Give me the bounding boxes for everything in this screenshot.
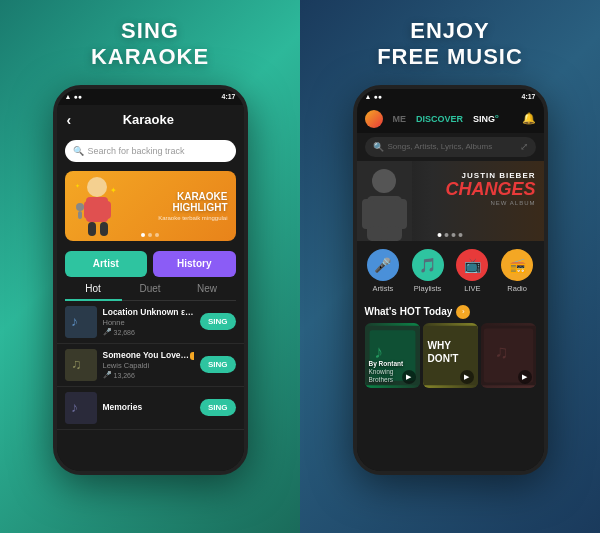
icon-radio[interactable]: 📻 Radio (495, 249, 540, 293)
sing-button-3[interactable]: SING (200, 399, 236, 416)
nav-bell[interactable]: 🔔 (522, 112, 536, 125)
jb-text: JUSTIN BIEBER CHANGES NEW ALBUM (445, 171, 535, 206)
svg-rect-4 (88, 222, 96, 236)
play-button-2[interactable]: ▶ (460, 370, 474, 384)
song-title-3: Memories (103, 402, 194, 412)
jb-image (357, 161, 412, 241)
svg-rect-5 (100, 222, 108, 236)
hot-grid: ♪ By RontantKnowing Brothers ▶ WHY DON'T (357, 323, 544, 471)
artist-button[interactable]: Artist (65, 251, 148, 277)
banner-text: KARAOKEHIGHLIGHT Karaoke terbaik minggul… (125, 186, 236, 226)
search-icon: 🔍 (73, 146, 84, 156)
nav-me[interactable]: ME (393, 114, 407, 124)
artist-history-buttons: Artist History (65, 251, 236, 277)
sing-button-1[interactable]: SING (200, 313, 236, 330)
svg-text:♫: ♫ (494, 341, 508, 362)
right-nav: ME DISCOVER SINGo 🔔 (357, 105, 544, 133)
live-icon: 📺 (456, 249, 488, 281)
play-button-1[interactable]: ▶ (402, 370, 416, 384)
live-label: LIVE (464, 284, 480, 293)
song-info-3: Memories (103, 402, 194, 413)
banner-dots (141, 233, 159, 237)
jb-dots (438, 233, 463, 237)
svg-text:♪: ♪ (71, 399, 78, 415)
right-title: ENJOYFREE MUSIC (377, 18, 523, 71)
hot-arrow[interactable]: › (456, 305, 470, 319)
tab-hot[interactable]: Hot (65, 283, 122, 301)
search-placeholder: Search for backing track (88, 146, 185, 156)
right-search-icon: 🔍 (373, 142, 384, 152)
nav-avatar[interactable] (365, 110, 383, 128)
banner-figure: ✦ ✦ (70, 173, 125, 238)
jb-album-tag: NEW ALBUM (445, 200, 535, 206)
nav-sing[interactable]: SINGo (473, 113, 499, 124)
score-badge: Score (190, 352, 194, 360)
svg-point-17 (372, 169, 396, 193)
karaoke-banner: ✦ ✦ KARAOKEHIGHLIGHT Karaoke terbaik min… (65, 171, 236, 241)
sing-button-2[interactable]: SING (200, 356, 236, 373)
song-plays-2: 🎤 13,266 (103, 371, 194, 379)
dot-2 (148, 233, 152, 237)
svg-point-0 (87, 177, 107, 197)
dot-3 (155, 233, 159, 237)
song-artist-2: Lewis Capaldi (103, 361, 194, 370)
radio-icon: 📻 (501, 249, 533, 281)
icon-playlists[interactable]: 🎵 Playlists (405, 249, 450, 293)
artists-icon: 🎤 (367, 249, 399, 281)
right-statusbar-icons: ▲ ●● (365, 93, 382, 100)
svg-rect-3 (103, 201, 111, 219)
svg-point-6 (76, 203, 84, 211)
svg-text:DON'T: DON'T (427, 353, 459, 364)
icon-row: 🎤 Artists 🎵 Playlists 📺 LIVE 📻 Radio (357, 241, 544, 301)
song-item-1: ♪ Location Unknown ε (B... Honne 🎤 32,68… (57, 301, 244, 344)
playlists-icon: 🎵 (412, 249, 444, 281)
song-list: ♪ Location Unknown ε (B... Honne 🎤 32,68… (57, 301, 244, 471)
svg-text:♪: ♪ (71, 313, 78, 329)
icon-live[interactable]: 📺 LIVE (450, 249, 495, 293)
svg-rect-19 (362, 199, 374, 229)
song-thumb-1: ♪ (65, 306, 97, 338)
song-info-2: Someone You Loved Score Lewis Capaldi 🎤 … (103, 350, 194, 379)
dot-1 (141, 233, 145, 237)
karaoke-header: ‹ Karaoke (57, 105, 244, 135)
hot-card-3[interactable]: ♫ ▶ (481, 323, 536, 388)
karaoke-title: Karaoke (79, 112, 217, 127)
right-statusbar-time: 4:17 (521, 93, 535, 100)
whats-hot-title: What's HOT Today (365, 306, 453, 317)
song-thumb-2: ♫ (65, 349, 97, 381)
svg-rect-7 (78, 211, 82, 219)
jb-dot-3 (452, 233, 456, 237)
banner-title: KARAOKEHIGHLIGHT (130, 191, 228, 213)
svg-rect-20 (395, 199, 407, 229)
hot-card-2[interactable]: WHY DON'T ▶ (423, 323, 478, 388)
jb-dot-2 (445, 233, 449, 237)
song-thumb-3: ♪ (65, 392, 97, 424)
radio-label: Radio (507, 284, 527, 293)
right-screen: ▲ ●● 4:17 ME DISCOVER SINGo 🔔 🔍 Songs, A… (357, 89, 544, 471)
play-button-3[interactable]: ▶ (518, 370, 532, 384)
nav-discover[interactable]: DISCOVER (416, 114, 463, 124)
back-button[interactable]: ‹ (67, 112, 72, 128)
jb-album-name: CHANGES (445, 180, 535, 198)
singer-svg: ✦ ✦ (70, 173, 125, 238)
jb-banner: JUSTIN BIEBER CHANGES NEW ALBUM (357, 161, 544, 241)
expand-icon[interactable]: ⤢ (520, 141, 528, 152)
history-button[interactable]: History (153, 251, 236, 277)
tab-duet[interactable]: Duet (122, 283, 179, 297)
left-statusbar: ▲ ●● 4:17 (57, 89, 244, 105)
svg-text:WHY: WHY (427, 339, 451, 350)
svg-text:✦: ✦ (110, 186, 117, 195)
song-item-3: ♪ Memories SING (57, 387, 244, 430)
statusbar-icons: ▲ ●● (65, 93, 82, 100)
karaoke-search[interactable]: 🔍 Search for backing track (65, 140, 236, 162)
svg-rect-10 (65, 306, 97, 338)
right-search[interactable]: 🔍 Songs, Artists, Lyrics, Albums ⤢ (365, 137, 536, 157)
icon-artists[interactable]: 🎤 Artists (361, 249, 406, 293)
banner-subtitle: Karaoke terbaik minggulai (130, 215, 228, 221)
left-panel: SINGKARAOKE ▲ ●● 4:17 ‹ Karaoke 🔍 Search… (0, 0, 300, 533)
tab-new[interactable]: New (179, 283, 236, 297)
song-artist-1: Honne (103, 318, 194, 327)
right-search-placeholder: Songs, Artists, Lyrics, Albums (388, 142, 516, 151)
hot-card-1[interactable]: ♪ By RontantKnowing Brothers ▶ (365, 323, 420, 388)
svg-rect-2 (84, 201, 92, 219)
